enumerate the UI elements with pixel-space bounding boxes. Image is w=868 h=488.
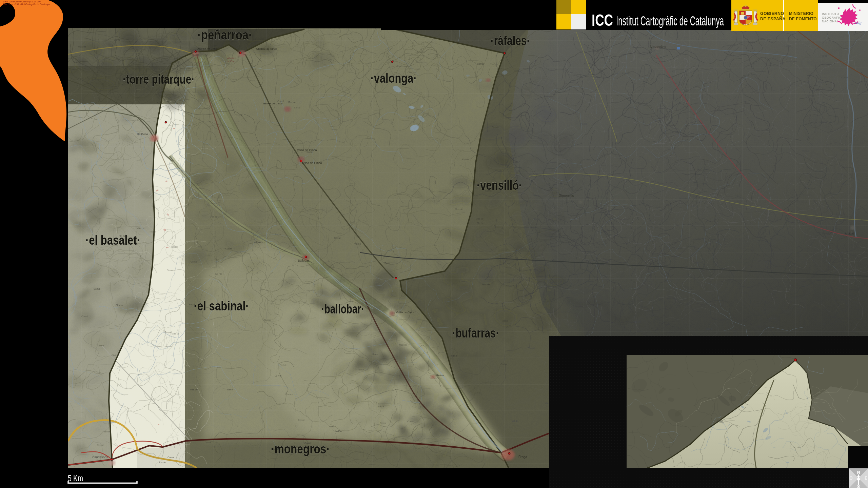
svg-text:·el sabinal·: ·el sabinal· xyxy=(194,299,249,313)
svg-text:·valonga·: ·valonga· xyxy=(371,71,417,85)
svg-text:DE FOMENTO: DE FOMENTO xyxy=(789,17,817,21)
svg-text:INSTITUTO: INSTITUTO xyxy=(822,12,839,16)
svg-text:·monegros·: ·monegros· xyxy=(271,442,330,456)
svg-text:NACIONAL: NACIONAL xyxy=(822,20,839,23)
svg-text:·el basalet·: ·el basalet· xyxy=(85,233,140,247)
svg-text:Baix Cinca - 19 Institut Cart: Baix Cinca - 19 Institut Cartogràfic de … xyxy=(3,3,50,6)
svg-text:5 Km: 5 Km xyxy=(68,473,83,483)
svg-text:cnig: cnig xyxy=(854,20,862,25)
svg-text:·vensilló·: ·vensilló· xyxy=(477,178,522,192)
svg-text:DE ESPAÑA: DE ESPAÑA xyxy=(760,16,786,21)
svg-text:·ballobar·: ·ballobar· xyxy=(321,302,364,316)
svg-text:E: E xyxy=(865,476,867,481)
svg-text:GEOGRÁFICO: GEOGRÁFICO xyxy=(822,16,844,19)
svg-text:·torre pitarque·: ·torre pitarque· xyxy=(123,72,195,86)
svg-text:·peñarroa·: ·peñarroa· xyxy=(197,28,252,42)
svg-text:Mapa comarcal de Catalunya 1:5: Mapa comarcal de Catalunya 1:50 000 xyxy=(3,0,41,3)
svg-text:·ràfales·: ·ràfales· xyxy=(491,34,530,48)
svg-text:N: N xyxy=(857,470,860,475)
svg-text:Institut Cartogràfic de Catalu: Institut Cartogràfic de Catalunya xyxy=(616,14,724,28)
svg-text:O: O xyxy=(849,476,852,481)
svg-text:·bufarras·: ·bufarras· xyxy=(452,326,499,340)
svg-text:S: S xyxy=(857,484,860,488)
svg-text:GOBIERNO: GOBIERNO xyxy=(760,11,784,16)
svg-text:MINISTERIO: MINISTERIO xyxy=(789,11,813,16)
svg-text:ICC: ICC xyxy=(592,11,613,29)
